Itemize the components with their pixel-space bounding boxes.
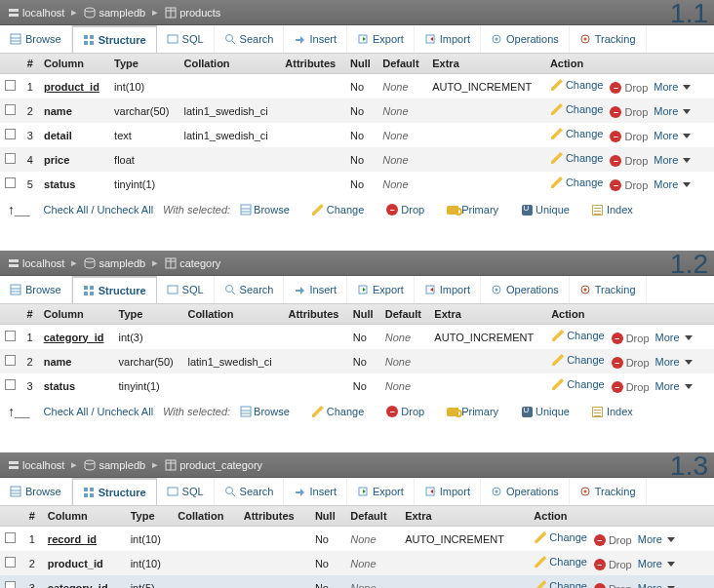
more-link[interactable]: More bbox=[638, 533, 675, 545]
change-link[interactable]: Change bbox=[550, 102, 604, 116]
change-link[interactable]: Change bbox=[551, 377, 605, 391]
drop-link[interactable]: Drop bbox=[611, 356, 650, 370]
bulk-index[interactable]: Index bbox=[591, 405, 633, 418]
drop-link[interactable]: Drop bbox=[611, 380, 650, 394]
drop-link[interactable]: Drop bbox=[609, 130, 648, 143]
bulk-unique[interactable]: Unique bbox=[520, 203, 570, 216]
more-link[interactable]: More bbox=[638, 558, 675, 569]
bulk-change[interactable]: Change bbox=[311, 405, 365, 418]
row-checkbox[interactable] bbox=[5, 557, 16, 568]
more-link[interactable]: More bbox=[654, 105, 691, 117]
tab-search[interactable]: Search bbox=[215, 478, 285, 505]
change-link[interactable]: Change bbox=[534, 555, 587, 568]
row-checkbox[interactable] bbox=[5, 331, 16, 341]
row-checkbox[interactable] bbox=[5, 379, 16, 390]
breadcrumb-item[interactable]: localhost bbox=[8, 7, 64, 19]
more-link[interactable]: More bbox=[655, 380, 693, 392]
row-column: product_id bbox=[43, 551, 126, 575]
change-link[interactable]: Change bbox=[534, 530, 587, 544]
svg-rect-34 bbox=[84, 286, 88, 290]
tab-tracking[interactable]: Tracking bbox=[570, 25, 647, 53]
more-link[interactable]: More bbox=[654, 81, 691, 93]
row-actions: ChangeDropMore bbox=[529, 527, 714, 552]
breadcrumb-item[interactable]: localhost bbox=[8, 459, 64, 471]
tab-insert[interactable]: Insert bbox=[284, 25, 347, 53]
row-checkbox[interactable] bbox=[5, 355, 16, 366]
tab-sql[interactable]: SQL bbox=[157, 478, 215, 505]
change-link[interactable]: Change bbox=[550, 151, 604, 165]
breadcrumb-item[interactable]: localhost bbox=[8, 257, 64, 269]
bulk-drop[interactable]: Drop bbox=[385, 405, 424, 418]
tab-operations[interactable]: Operations bbox=[481, 478, 570, 505]
check-all-link[interactable]: Check All / Uncheck All bbox=[44, 204, 154, 216]
tab-label: Search bbox=[240, 284, 274, 295]
drop-link[interactable]: Drop bbox=[609, 105, 648, 119]
tab-operations[interactable]: Operations bbox=[481, 276, 570, 303]
row-checkbox[interactable] bbox=[5, 581, 16, 588]
bulk-browse[interactable]: Browse bbox=[240, 204, 290, 216]
tab-search[interactable]: Search bbox=[215, 276, 285, 303]
breadcrumb-item[interactable]: sampledb bbox=[84, 257, 145, 269]
bulk-index[interactable]: Index bbox=[591, 203, 633, 216]
tab-import[interactable]: Import bbox=[415, 25, 481, 53]
more-link[interactable]: More bbox=[654, 130, 691, 141]
change-link[interactable]: Change bbox=[551, 353, 605, 367]
tab-operations[interactable]: Operations bbox=[481, 25, 570, 53]
tab-import[interactable]: Import bbox=[415, 276, 481, 303]
drop-link[interactable]: Drop bbox=[609, 178, 648, 192]
tab-export[interactable]: Export bbox=[347, 276, 415, 303]
row-default: None bbox=[380, 349, 430, 373]
tab-browse[interactable]: Browse bbox=[0, 25, 72, 53]
more-link[interactable]: More bbox=[655, 356, 693, 368]
breadcrumb-item[interactable]: category bbox=[165, 257, 220, 269]
breadcrumb-item[interactable]: products bbox=[165, 7, 220, 19]
bulk-change[interactable]: Change bbox=[311, 203, 365, 216]
drop-link[interactable]: Drop bbox=[609, 154, 648, 168]
tab-browse[interactable]: Browse bbox=[0, 478, 72, 505]
row-checkbox[interactable] bbox=[5, 104, 16, 115]
check-all-link[interactable]: Check All / Uncheck All bbox=[44, 406, 154, 417]
bulk-primary[interactable]: Primary bbox=[446, 203, 498, 216]
tab-search[interactable]: Search bbox=[215, 25, 285, 53]
row-checkbox[interactable] bbox=[5, 153, 16, 164]
tab-sql[interactable]: SQL bbox=[157, 276, 215, 303]
tab-tracking[interactable]: Tracking bbox=[570, 276, 647, 303]
drop-link[interactable]: Drop bbox=[609, 81, 648, 95]
change-link[interactable]: Change bbox=[550, 176, 604, 189]
more-link[interactable]: More bbox=[638, 582, 675, 588]
tab-insert[interactable]: Insert bbox=[284, 276, 347, 303]
breadcrumb-item[interactable]: product_category bbox=[165, 459, 262, 471]
drop-link[interactable]: Drop bbox=[593, 582, 632, 588]
more-link[interactable]: More bbox=[654, 154, 691, 166]
tab-structure[interactable]: Structure bbox=[72, 276, 157, 303]
more-link[interactable]: More bbox=[655, 332, 693, 343]
tab-import[interactable]: Import bbox=[415, 478, 481, 505]
tab-browse[interactable]: Browse bbox=[0, 276, 72, 303]
row-checkbox[interactable] bbox=[5, 80, 16, 91]
drop-link[interactable]: Drop bbox=[593, 558, 632, 571]
drop-link[interactable]: Drop bbox=[611, 332, 650, 345]
row-checkbox[interactable] bbox=[5, 532, 16, 543]
tab-sql[interactable]: SQL bbox=[157, 25, 215, 53]
drop-link[interactable]: Drop bbox=[593, 533, 632, 547]
row-num: 2 bbox=[24, 551, 43, 575]
tab-export[interactable]: Export bbox=[347, 478, 415, 505]
row-checkbox[interactable] bbox=[5, 177, 16, 188]
bulk-browse[interactable]: Browse bbox=[240, 406, 290, 417]
bulk-drop[interactable]: Drop bbox=[385, 203, 424, 216]
tab-insert[interactable]: Insert bbox=[284, 478, 347, 505]
tab-export[interactable]: Export bbox=[347, 25, 415, 53]
breadcrumb-item[interactable]: sampledb bbox=[84, 459, 145, 471]
breadcrumb-item[interactable]: sampledb bbox=[84, 7, 145, 19]
bulk-primary[interactable]: Primary bbox=[446, 405, 498, 418]
tab-tracking[interactable]: Tracking bbox=[570, 478, 647, 505]
change-link[interactable]: Change bbox=[551, 329, 605, 342]
more-link[interactable]: More bbox=[654, 178, 691, 190]
change-link[interactable]: Change bbox=[534, 579, 587, 588]
change-link[interactable]: Change bbox=[550, 127, 604, 140]
change-link[interactable]: Change bbox=[550, 78, 604, 92]
tab-structure[interactable]: Structure bbox=[72, 478, 157, 505]
row-checkbox[interactable] bbox=[5, 129, 16, 139]
bulk-unique[interactable]: Unique bbox=[520, 405, 570, 418]
tab-structure[interactable]: Structure bbox=[72, 25, 157, 53]
